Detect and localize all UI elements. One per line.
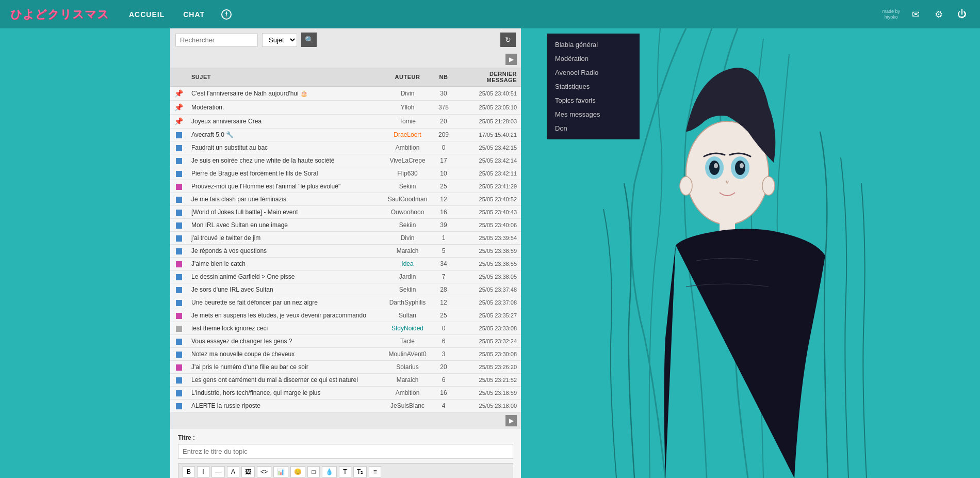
row-nb-cell: 10 xyxy=(433,167,454,180)
toolbar-btn-4[interactable]: 🖼 xyxy=(241,466,255,477)
row-nb-cell: 3 xyxy=(433,348,454,361)
row-nb-cell: 16 xyxy=(433,206,454,219)
row-icon-cell xyxy=(170,167,187,180)
topic-link[interactable]: Vous essayez de changer les gens ? xyxy=(191,338,292,345)
search-input[interactable] xyxy=(175,34,258,46)
row-subject-cell[interactable]: Vous essayez de changer les gens ? xyxy=(187,335,382,348)
sidebar-menu-item-2[interactable]: Avenoel Radio xyxy=(547,66,640,79)
toolbar-btn-9[interactable]: 💧 xyxy=(322,466,337,477)
row-subject-cell[interactable]: C'est l'anniversaire de Nath aujourd'hui… xyxy=(187,87,382,101)
nav-accueil[interactable]: ACCUEIL xyxy=(125,8,169,21)
row-subject-cell[interactable]: Avecraft 5.0 🔧 xyxy=(187,129,382,141)
topic-link[interactable]: Joyeux anniversaire Crea xyxy=(191,118,262,125)
topic-link[interactable]: Faudrait un substitut au bac xyxy=(191,144,268,151)
topic-link[interactable]: Modération. xyxy=(191,104,224,111)
row-subject-cell[interactable]: L'industrie, hors tech/finance, qui marg… xyxy=(187,387,382,400)
refresh-button[interactable]: ↻ xyxy=(500,33,516,47)
topic-link[interactable]: Avecraft 5.0 🔧 xyxy=(191,131,234,138)
nav-compass-icon[interactable] xyxy=(219,7,234,22)
topic-link[interactable]: [World of Jokes full battle] - Main even… xyxy=(191,209,298,216)
row-subject-cell[interactable]: Les gens ont carrément du mal à discerne… xyxy=(187,374,382,387)
sidebar-menu-item-4[interactable]: Topics favoris xyxy=(547,93,640,107)
post-title-input[interactable] xyxy=(178,444,513,459)
sidebar-menu-item-1[interactable]: Modération xyxy=(547,52,640,66)
row-author-cell: DraeLoort xyxy=(382,129,433,141)
topic-link[interactable]: J'ai pris le numéro d'une fille au bar c… xyxy=(191,363,308,371)
row-subject-cell[interactable]: j'ai trouvé le twitter de jim xyxy=(187,232,382,245)
toolbar-btn-11[interactable]: T₂ xyxy=(353,466,367,477)
row-subject-cell[interactable]: Le dessin animé Garfield > One pisse xyxy=(187,270,382,283)
search-button[interactable]: 🔍 xyxy=(301,33,317,47)
row-subject-cell[interactable]: [World of Jokes full battle] - Main even… xyxy=(187,206,382,219)
svg-point-14 xyxy=(762,177,775,195)
row-author-cell: Maraich xyxy=(382,245,433,258)
nav-chat[interactable]: CHAT xyxy=(179,8,209,21)
next-page-button-top[interactable]: ▶ xyxy=(505,54,517,65)
topic-link[interactable]: ALERTE la russie riposte xyxy=(191,402,260,409)
table-row: 📌Joyeux anniversaire CreaTomie2025/05 21… xyxy=(170,115,521,129)
row-subject-cell[interactable]: Mon IRL avec Sultan en une image xyxy=(187,219,382,232)
row-subject-cell[interactable]: Je suis en soirée chez une white de la h… xyxy=(187,154,382,167)
topic-link[interactable]: Je suis en soirée chez une white de la h… xyxy=(191,157,335,164)
topic-link[interactable]: Mon IRL avec Sultan en une image xyxy=(191,221,288,229)
row-subject-cell[interactable]: Notez ma nouvelle coupe de cheveux xyxy=(187,348,382,361)
topic-link[interactable]: L'industrie, hors tech/finance, qui marg… xyxy=(191,389,320,396)
row-subject-cell[interactable]: Une beurette se fait défoncer par un nez… xyxy=(187,296,382,309)
row-subject-cell[interactable]: J'ai pris le numéro d'une fille au bar c… xyxy=(187,361,382,374)
toolbar-btn-5[interactable]: <> xyxy=(257,466,271,477)
row-subject-cell[interactable]: J'aime bien le catch xyxy=(187,258,382,270)
toolbar-btn-1[interactable]: I xyxy=(197,466,209,477)
row-icon-cell xyxy=(170,141,187,154)
row-date-cell: 25/05 23:42:15 xyxy=(454,141,521,154)
row-subject-cell[interactable]: Pierre de Brague est forcément le fils d… xyxy=(187,167,382,180)
row-subject-cell[interactable]: Faudrait un substitut au bac xyxy=(187,141,382,154)
sidebar-menu-item-0[interactable]: Blabla général xyxy=(547,38,640,52)
sidebar-menu-item-5[interactable]: Mes messages xyxy=(547,107,640,121)
toolbar-btn-12[interactable]: ≡ xyxy=(369,466,381,477)
sidebar-menu-item-3[interactable]: Statistiques xyxy=(547,79,640,93)
row-subject-cell[interactable]: ALERTE la russie riposte xyxy=(187,400,382,412)
row-icon-cell xyxy=(170,374,187,387)
row-subject-cell[interactable]: Je me fais clash par une féminazis xyxy=(187,193,382,206)
power-icon[interactable]: ⏻ xyxy=(954,7,970,22)
next-page-button-bottom[interactable]: ▶ xyxy=(505,415,517,426)
mail-icon[interactable]: ✉ xyxy=(908,7,923,22)
toolbar-btn-3[interactable]: A xyxy=(227,466,239,477)
row-date-cell: 25/05 23:37:08 xyxy=(454,296,521,309)
topic-link[interactable]: Je sors d'une IRL avec Sultan xyxy=(191,286,273,293)
topic-link[interactable]: Prouvez-moi que l'Homme est l'animal "le… xyxy=(191,183,340,190)
row-subject-cell[interactable]: Prouvez-moi que l'Homme est l'animal "le… xyxy=(187,180,382,193)
topic-link[interactable]: test theme lock ignorez ceci xyxy=(191,325,268,332)
row-subject-cell[interactable]: test theme lock ignorez ceci xyxy=(187,322,382,335)
topic-link[interactable]: Notez ma nouvelle coupe de cheveux xyxy=(191,350,295,358)
topic-link[interactable]: Je mets en suspens les études, je veux d… xyxy=(191,312,366,319)
sidebar-menu-item-6[interactable]: Don xyxy=(547,121,640,135)
toolbar-btn-8[interactable]: □ xyxy=(307,466,320,477)
gear-icon[interactable]: ⚙ xyxy=(931,7,946,22)
topic-link[interactable]: C'est l'anniversaire de Nath aujourd'hui… xyxy=(191,90,308,97)
toolbar-btn-2[interactable]: — xyxy=(211,466,225,477)
toolbar-btn-7[interactable]: 😊 xyxy=(290,466,305,477)
row-author-cell: Ylloh xyxy=(382,101,433,115)
toolbar-btn-10[interactable]: T xyxy=(339,466,351,477)
site-logo[interactable]: ひよどクリスマス xyxy=(10,7,109,22)
topic-link[interactable]: Les gens ont carrément du mal à discerne… xyxy=(191,376,358,384)
blue-icon xyxy=(176,171,182,177)
row-subject-cell[interactable]: Je réponds à vos questions xyxy=(187,245,382,258)
row-subject-cell[interactable]: Modération. xyxy=(187,101,382,115)
row-nb-cell: 20 xyxy=(433,115,454,129)
topic-link[interactable]: Je réponds à vos questions xyxy=(191,247,267,254)
toolbar-btn-0[interactable]: B xyxy=(183,466,195,477)
topic-link[interactable]: Pierre de Brague est forcément le fils d… xyxy=(191,170,318,177)
toolbar-btn-6[interactable]: 📊 xyxy=(273,466,288,477)
topic-link[interactable]: Je me fais clash par une féminazis xyxy=(191,196,286,203)
row-subject-cell[interactable]: Joyeux anniversaire Crea xyxy=(187,115,382,129)
topic-link[interactable]: J'aime bien le catch xyxy=(191,260,246,267)
topic-link[interactable]: Une beurette se fait défoncer par un nez… xyxy=(191,299,318,306)
row-subject-cell[interactable]: Je sors d'une IRL avec Sultan xyxy=(187,283,382,296)
blue-icon xyxy=(176,300,182,306)
topic-link[interactable]: Le dessin animé Garfield > One pisse xyxy=(191,273,295,280)
row-subject-cell[interactable]: Je mets en suspens les études, je veux d… xyxy=(187,309,382,322)
search-type-select[interactable]: Sujet xyxy=(262,33,297,47)
topic-link[interactable]: j'ai trouvé le twitter de jim xyxy=(191,234,260,242)
